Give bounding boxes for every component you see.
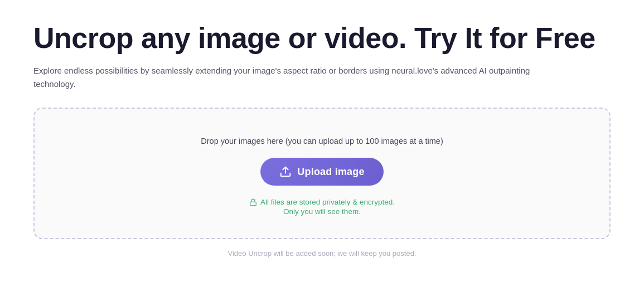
privacy-line-1: All files are stored privately & encrypt…	[249, 198, 395, 206]
upload-icon	[279, 166, 292, 178]
upload-image-button[interactable]: Upload image	[260, 158, 383, 186]
footer-note: Video Uncrop will be added soon; we will…	[33, 249, 611, 258]
lock-icon	[249, 198, 257, 206]
privacy-note: All files are stored privately & encrypt…	[249, 198, 395, 216]
drop-hint-text: Drop your images here (you can upload up…	[201, 137, 443, 145]
privacy-text-1: All files are stored privately & encrypt…	[260, 198, 395, 206]
svg-rect-1	[250, 202, 256, 205]
upload-button-label: Upload image	[297, 166, 364, 178]
page-description: Explore endless possibilities by seamles…	[33, 64, 535, 91]
privacy-line-2: Only you will see them.	[283, 207, 361, 216]
upload-dropzone[interactable]: Drop your images here (you can upload up…	[33, 108, 611, 239]
page-container: Uncrop any image or video. Try It for Fr…	[33, 22, 611, 258]
page-title: Uncrop any image or video. Try It for Fr…	[33, 22, 611, 54]
